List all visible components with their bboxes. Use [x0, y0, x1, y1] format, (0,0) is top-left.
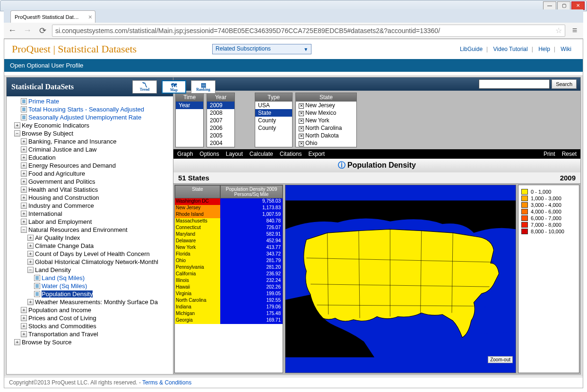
table-row[interactable]: California236.92 [175, 271, 283, 278]
expand-icon[interactable]: + [14, 122, 20, 128]
table-row[interactable]: Virginia199.05 [175, 291, 283, 298]
search-button[interactable]: Search [552, 79, 577, 89]
dataset-tree[interactable]: Prime RateTotal Housing Starts - Seasona… [7, 96, 173, 374]
selector-time[interactable]: TimeYear [175, 93, 204, 147]
tree-item[interactable]: Population Density [8, 290, 172, 298]
expand-icon[interactable]: + [27, 251, 34, 257]
expand-icon[interactable]: + [21, 195, 27, 201]
tree-item[interactable]: +Food and Agriculture [8, 170, 172, 178]
menu-reset[interactable]: Reset [562, 151, 577, 157]
expand-icon[interactable]: + [21, 138, 27, 145]
table-row[interactable]: New Jersey1,173.83 [175, 205, 283, 212]
window-minimize[interactable]: — [543, 1, 556, 10]
mode-map[interactable]: 🗺Map [162, 80, 186, 94]
tree-item[interactable]: +Prices and Cost of Living [8, 314, 172, 322]
table-row[interactable]: Washington DC9,758.03 [175, 198, 283, 205]
expand-icon[interactable]: + [21, 146, 27, 153]
tree-item[interactable]: +Transportation and Travel [8, 330, 172, 338]
selector-item[interactable]: USA [255, 102, 292, 109]
table-row[interactable]: Maryland582.91 [175, 231, 283, 238]
table-row[interactable]: Georgia169.71 [175, 317, 283, 324]
expand-icon[interactable]: + [21, 307, 27, 313]
expand-icon[interactable]: + [21, 219, 27, 225]
tab-close-icon[interactable]: × [88, 13, 92, 21]
menu-layout[interactable]: Layout [226, 151, 243, 157]
tree-item[interactable]: Total Housing Starts - Seasonally Adjust… [8, 105, 172, 113]
tree-item[interactable]: +Browse by Source [8, 338, 172, 346]
selector-item[interactable]: State [255, 109, 292, 117]
tree-item[interactable]: +Air Quality Index [8, 234, 172, 242]
selector-item[interactable]: ✕Ohio [296, 139, 356, 147]
mode-ranking[interactable]: ▤Ranking [191, 80, 216, 94]
expand-icon[interactable]: + [21, 315, 27, 321]
table-row[interactable]: Illinois232.24 [175, 278, 283, 284]
expand-icon[interactable]: − [21, 227, 27, 233]
selector-item[interactable]: 2004 [207, 139, 234, 147]
selector-item[interactable]: 2005 [207, 132, 234, 139]
tree-item[interactable]: Land (Sq Miles) [8, 274, 172, 282]
selector-item[interactable]: ✕New York [296, 117, 356, 124]
forward-button[interactable]: → [22, 25, 33, 36]
link-help[interactable]: Help [538, 46, 550, 52]
tree-item[interactable]: −Browse By Subject [8, 129, 172, 137]
table-row[interactable]: Massachusetts840.78 [175, 218, 283, 225]
selector-item[interactable]: 2009 [207, 102, 234, 109]
zoom-out-button[interactable]: Zoom-out [488, 356, 513, 363]
selector-item[interactable]: ✕North Carolina [296, 124, 356, 132]
tree-item[interactable]: +Stocks and Commodities [8, 322, 172, 330]
table-row[interactable]: Pennsylvania281.20 [175, 264, 283, 271]
subscriptions-dropdown[interactable]: Related Subscriptions ▼ [212, 44, 311, 54]
expand-icon[interactable]: + [21, 323, 27, 329]
menu-options[interactable]: Options [199, 151, 219, 157]
menu-calculate[interactable]: Calculate [250, 151, 273, 157]
selector-item[interactable]: Year [176, 102, 203, 109]
link-video[interactable]: Video Tutorial [493, 46, 528, 52]
selector-item[interactable]: County [255, 117, 292, 124]
expand-icon[interactable]: + [14, 339, 20, 345]
selector-type[interactable]: TypeUSAStateCountyCounty [255, 93, 293, 147]
user-profile-bar[interactable]: Open Optional User Profile [4, 59, 583, 72]
tree-item[interactable]: +Health and Vital Statistics [8, 186, 172, 194]
selector-item[interactable]: ✕New Jersey [296, 102, 356, 109]
bookmark-icon[interactable]: ☆ [555, 26, 562, 35]
expand-icon[interactable]: + [27, 235, 34, 241]
expand-icon[interactable]: + [21, 162, 27, 169]
tree-item[interactable]: −Natural Resources and Environment [8, 226, 172, 234]
expand-icon[interactable]: + [21, 331, 27, 337]
tree-item[interactable]: Water (Sq Miles) [8, 282, 172, 290]
tree-item[interactable]: +Count of Days by Level of Health Concer… [8, 250, 172, 258]
tree-item[interactable]: Seasonally Adjusted Unemployment Rate [8, 113, 172, 121]
selector-state[interactable]: State✕New Jersey✕New Mexico✕New York✕Nor… [295, 93, 357, 147]
selector-item[interactable]: ✕North Dakota [296, 132, 356, 139]
table-row[interactable]: Hawaii202.26 [175, 284, 283, 291]
table-row[interactable]: Delaware452.94 [175, 238, 283, 245]
expand-icon[interactable]: − [27, 267, 34, 273]
selector-year[interactable]: Year200920082007200620052004 [207, 93, 235, 147]
tree-item[interactable]: +Labor and Employment [8, 218, 172, 226]
expand-icon[interactable]: + [21, 211, 27, 217]
mode-trend[interactable]: 〽Trend [132, 80, 157, 94]
data-table[interactable]: StatePopulation Density 2009Persons/Sq M… [174, 185, 283, 373]
tree-item[interactable]: −Land Density [8, 266, 172, 274]
tree-item[interactable]: +Weather Measurements: Monthly Surface D… [8, 298, 172, 306]
tree-item[interactable]: +Government and Politics [8, 178, 172, 186]
selector-item[interactable]: 2008 [207, 109, 234, 117]
expand-icon[interactable]: + [21, 154, 27, 161]
tree-item[interactable]: +Climate Change Data [8, 242, 172, 250]
tree-item[interactable]: +Housing and Construction [8, 194, 172, 202]
menu-citations[interactable]: Citations [280, 151, 302, 157]
expand-icon[interactable]: − [14, 130, 20, 136]
menu-graph[interactable]: Graph [177, 151, 193, 157]
table-row[interactable]: New York413.77 [175, 245, 283, 251]
terms-link[interactable]: Terms & Conditions [142, 379, 191, 386]
window-close[interactable]: ✕ [571, 1, 585, 10]
reload-button[interactable]: ⟳ [37, 25, 48, 36]
tree-item[interactable]: +Industry and Commerce [8, 202, 172, 210]
expand-icon[interactable]: + [21, 187, 27, 193]
table-row[interactable]: Ohio281.79 [175, 258, 283, 264]
tree-item[interactable]: +International [8, 210, 172, 218]
selector-item[interactable]: 2007 [207, 117, 234, 124]
tree-item[interactable]: +Population and Income [8, 306, 172, 314]
expand-icon[interactable]: + [21, 170, 27, 177]
tree-item[interactable]: +Education [8, 153, 172, 162]
